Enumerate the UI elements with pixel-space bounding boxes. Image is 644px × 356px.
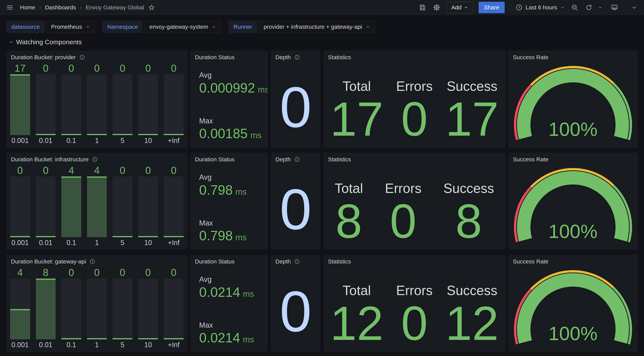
info-icon[interactable]	[294, 156, 300, 162]
divider	[624, 3, 624, 12]
breadcrumb-dashboards[interactable]: Dashboards	[45, 4, 76, 11]
max-group: Max 0.00185ms	[199, 117, 268, 140]
save-dashboard-button[interactable]	[418, 3, 427, 12]
avg-value: 0.0214	[199, 286, 240, 299]
time-range-picker[interactable]: Last 6 hours	[516, 4, 565, 11]
info-icon[interactable]	[294, 54, 300, 60]
bar-gauge: 40.00180.0100.101050100+Inf	[7, 266, 187, 352]
bar-value-label: 8	[36, 266, 56, 278]
clock-icon	[516, 4, 522, 11]
variable-label: datasource	[6, 21, 44, 33]
panel-title: Success Rate	[513, 156, 548, 163]
bar-fill	[164, 134, 184, 135]
dashboard-variables: datasource Prometheus Namespace envoy-ga…	[0, 15, 644, 33]
info-icon[interactable]	[79, 54, 85, 60]
share-button[interactable]: Share	[478, 2, 505, 13]
variable-label: Runner	[229, 21, 257, 33]
bar-fill	[61, 176, 81, 237]
refresh-button[interactable]	[584, 3, 593, 12]
bar-column: 05	[112, 266, 132, 350]
toolbar-collapse-button[interactable]	[630, 3, 639, 12]
bar-track	[61, 176, 81, 237]
bar-fill	[61, 134, 81, 135]
stat-label: Total	[342, 284, 371, 297]
bar-column: 00.1	[61, 62, 81, 146]
panel-title: Duration Status	[195, 156, 234, 163]
avg-label: Avg	[199, 275, 268, 284]
add-button-label: Add	[451, 4, 461, 11]
breadcrumb-separator: ›	[39, 4, 41, 11]
bar-fill	[112, 236, 132, 237]
depth-value: 0	[280, 78, 312, 136]
bar-column: 00.01	[36, 164, 56, 248]
stat-label: Success	[443, 182, 494, 195]
stat-errors: Errors 0	[385, 182, 422, 250]
depth-value: 0	[280, 180, 312, 238]
refresh-icon	[585, 4, 592, 11]
info-icon[interactable]	[294, 259, 300, 264]
panel-statistics-gateway-api: Statistics Total 12 Errors 0 Success 12	[324, 255, 505, 352]
max-label: Max	[199, 321, 268, 330]
bar-column: 00.01	[36, 62, 56, 146]
bar-fill	[36, 236, 56, 237]
add-button[interactable]: Add	[446, 2, 473, 13]
bar-value-label: 17	[10, 62, 30, 74]
nav-left: Home › Dashboards › Envoy Gateway Global	[5, 3, 156, 12]
refresh-interval-dropdown[interactable]	[596, 3, 605, 12]
stat-value: 0	[401, 95, 428, 143]
chevron-down-icon	[8, 40, 14, 45]
bar-value-label: 0	[164, 62, 184, 74]
max-value: 0.798	[199, 229, 233, 242]
datasource-select[interactable]: Prometheus	[46, 21, 95, 33]
bar-value-label: 0	[112, 62, 132, 74]
avg-value: 0.000992	[199, 81, 255, 95]
bar-x-label: 5	[112, 237, 132, 248]
bar-value-label: 4	[87, 164, 107, 176]
bar-value-label: 0	[138, 266, 158, 278]
variable-runner: Runner provider + infrastructure + gatew…	[229, 21, 375, 33]
max-value: 0.0214	[199, 331, 240, 344]
favorite-star-button[interactable]	[147, 3, 156, 12]
stat-value: 0	[401, 300, 428, 348]
zoom-out-time-button[interactable]	[570, 3, 579, 12]
row-toggle-watching-components[interactable]: Watching Components	[8, 38, 644, 46]
bar-x-label: 0.001	[10, 339, 30, 350]
panel-success-rate-gateway-api: Success Rate 100%	[508, 255, 638, 352]
info-icon[interactable]	[90, 259, 95, 264]
runner-select[interactable]: provider + infrastructure + gateway-api	[259, 21, 375, 33]
dashboard-settings-button[interactable]	[432, 3, 441, 12]
bar-track	[87, 176, 107, 237]
kiosk-mode-button[interactable]	[610, 3, 619, 12]
panel-title: Depth	[276, 156, 291, 163]
bar-track	[61, 278, 81, 339]
duration-stats: Avg 0.000992ms Max 0.00185ms	[191, 61, 268, 147]
bar-fill	[87, 338, 107, 339]
avg-group: Avg 0.798ms	[199, 173, 268, 197]
bar-column: 010	[138, 62, 158, 146]
info-icon[interactable]	[92, 156, 98, 162]
panel-title: Statistics	[328, 258, 351, 265]
panel-statistics-provider: Statistics Total 17 Errors 0 Success 17	[324, 51, 505, 148]
stat-value: 17	[446, 95, 499, 143]
breadcrumb-home[interactable]: Home	[20, 4, 35, 11]
panel-duration-bucket-gateway-api: Duration Bucket: gateway-api 40.00180.01…	[6, 255, 187, 352]
bar-x-label: +Inf	[164, 339, 184, 350]
stat-label: Success	[446, 284, 498, 297]
duration-stats: Avg 0.0214ms Max 0.0214ms	[191, 266, 268, 352]
max-unit: ms	[243, 335, 254, 344]
hamburger-menu-button[interactable]	[5, 3, 14, 12]
bar-column: 0+Inf	[164, 62, 184, 146]
namespace-value: envoy-gateway-system	[149, 24, 208, 30]
chevron-down-icon	[366, 24, 370, 29]
bar-x-label: 0.001	[10, 135, 30, 146]
panel-title: Statistics	[328, 156, 351, 163]
chevron-down-icon	[86, 24, 90, 29]
avg-unit: ms	[235, 187, 247, 196]
bar-fill	[112, 134, 132, 135]
gauge-value-text: 100%	[548, 323, 598, 344]
bar-x-label: 0.1	[61, 135, 81, 146]
namespace-select[interactable]: envoy-gateway-system	[144, 21, 221, 33]
bar-track	[138, 74, 158, 135]
bar-track	[36, 74, 56, 135]
statistics: Total 17 Errors 0 Success 17	[324, 61, 505, 147]
